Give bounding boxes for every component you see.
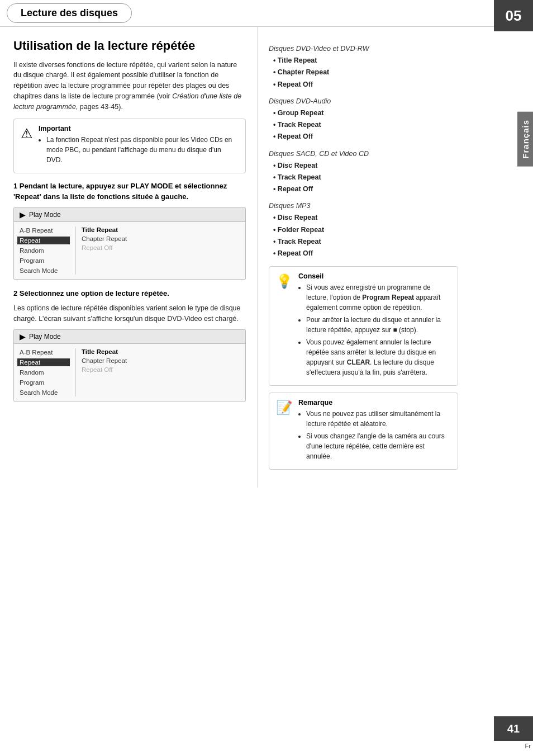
disc-opt-chapter-repeat: Chapter Repeat <box>273 67 458 78</box>
remarque-item-0: Vous ne pouvez pas utiliser simultanémen… <box>306 409 451 429</box>
disc-dvd-video-options: Title Repeat Chapter Repeat Repeat Off <box>269 55 458 91</box>
important-title: Important <box>39 125 239 133</box>
right-column: Disques DVD-Video et DVD-RW Title Repeat… <box>257 27 492 488</box>
disc-opt-folder-repeat: Folder Repeat <box>273 224 458 236</box>
play-mode-body-2: A-B Repeat Repeat Random Program Search … <box>14 344 245 401</box>
page-number: 41 <box>494 716 533 741</box>
pm2-right-item-2: Repeat Off <box>82 366 240 373</box>
conseil-body: Si vous avez enregistré un programme de … <box>298 282 451 377</box>
play-mode-header-1: ▶ Play Mode <box>14 208 245 222</box>
top-bar: Lecture des disques 05 <box>0 0 533 27</box>
remarque-content: Remarque Vous ne pouvez pas utiliser sim… <box>298 399 451 464</box>
page-title: Utilisation de la lecture répétée <box>13 38 246 54</box>
intro-end: , pages 43-45). <box>76 103 123 111</box>
pm2-right-item-1: Chapter Repeat <box>82 357 240 364</box>
disc-opt-track-repeat-2: Track Repeat <box>273 172 458 183</box>
play-mode-screen-1: ▶ Play Mode A-B Repeat Repeat Random Pro… <box>13 207 246 280</box>
pm2-left-item-2: Random <box>20 368 70 376</box>
disc-mp3-label: Disques MP3 <box>269 202 458 210</box>
play-mode-left-1: A-B Repeat Repeat Random Program Search … <box>14 226 75 275</box>
play-mode-left-2: A-B Repeat Repeat Random Program Search … <box>14 348 75 396</box>
pm2-left-item-3: Program <box>20 379 70 386</box>
pm2-left-item-0: A-B Repeat <box>20 348 70 356</box>
play-mode-header-2: ▶ Play Mode <box>14 330 245 344</box>
disc-opt-repeat-off-2: Repeat Off <box>273 131 458 143</box>
play-mode-label-1: Play Mode <box>29 211 61 219</box>
pm1-right-item-0: Title Repeat <box>82 226 240 233</box>
disc-opt-repeat-off-3: Repeat Off <box>273 183 458 195</box>
disc-sacd-label: Disques SACD, CD et Video CD <box>269 150 458 158</box>
intro-paragraph: Il existe diverses fonctions de lecture … <box>13 60 246 112</box>
disc-opt-repeat-off-4: Repeat Off <box>273 248 458 259</box>
remarque-icon: 📝 <box>276 400 293 464</box>
play-mode-screen-2: ▶ Play Mode A-B Repeat Repeat Random Pro… <box>13 329 246 401</box>
disc-opt-track-repeat-3: Track Repeat <box>273 236 458 248</box>
pm1-left-item-4: Search Mode <box>20 267 70 275</box>
step1-heading: 1 Pendant la lecture, appuyez sur PLAY M… <box>13 181 246 201</box>
pm1-left-item-3: Program <box>20 257 70 264</box>
step2-text: Les options de lecture répétée disponibl… <box>13 303 246 324</box>
disc-dvd-audio-options: Group Repeat Track Repeat Repeat Off <box>269 107 458 143</box>
important-icon: ⚠ <box>21 126 33 167</box>
disc-dvd-video-label: Disques DVD-Video et DVD-RW <box>269 45 458 53</box>
conseil-icon: 💡 <box>276 273 293 380</box>
pm2-left-item-4: Search Mode <box>20 389 70 396</box>
disc-opt-disc-repeat-1: Disc Repeat <box>273 160 458 172</box>
disc-dvd-audio-section: Disques DVD-Audio Group Repeat Track Rep… <box>269 97 458 143</box>
page-number-area: 41 Fr <box>494 716 533 749</box>
disc-dvd-video-section: Disques DVD-Video et DVD-RW Title Repeat… <box>269 45 458 91</box>
disc-sacd-section: Disques SACD, CD et Video CD Disc Repeat… <box>269 150 458 196</box>
francais-tab: Français <box>517 112 533 167</box>
conseil-item-0: Si vous avez enregistré un programme de … <box>306 282 451 313</box>
important-body: La fonction Repeat n'est pas disponible … <box>39 135 239 165</box>
conseil-item-1: Pour arrêter la lecture du disque et ann… <box>306 315 451 335</box>
conseil-content: Conseil Si vous avez enregistré un progr… <box>298 272 451 380</box>
disc-opt-group-repeat: Group Repeat <box>273 107 458 119</box>
play-icon-2: ▶ <box>20 332 26 341</box>
disc-sacd-options: Disc Repeat Track Repeat Repeat Off <box>269 160 458 196</box>
left-column: Utilisation de la lecture répétée Il exi… <box>0 27 257 488</box>
disc-mp3-options: Disc Repeat Folder Repeat Track Repeat R… <box>269 212 458 259</box>
chapter-number: 05 <box>494 0 533 31</box>
disc-dvd-audio-label: Disques DVD-Audio <box>269 97 458 105</box>
pm1-left-item-2: Random <box>20 247 70 254</box>
disc-opt-track-repeat-1: Track Repeat <box>273 119 458 131</box>
disc-opt-repeat-off-1: Repeat Off <box>273 79 458 91</box>
play-icon-1: ▶ <box>20 210 26 219</box>
disc-opt-title-repeat: Title Repeat <box>273 55 458 67</box>
remarque-body: Vous ne pouvez pas utiliser simultanémen… <box>298 409 451 461</box>
important-box: ⚠ Important La fonction Repeat n'est pas… <box>13 119 246 173</box>
conseil-title: Conseil <box>298 272 451 280</box>
remarque-box: 📝 Remarque Vous ne pouvez pas utiliser s… <box>269 393 458 470</box>
step2-heading: 2 Sélectionnez une option de lecture rép… <box>13 289 246 299</box>
page-number-sub: Fr <box>525 743 531 749</box>
section-title-header: Lecture des disques <box>7 3 132 23</box>
remarque-title: Remarque <box>298 399 451 407</box>
play-mode-label-2: Play Mode <box>29 333 61 341</box>
play-mode-right-1: Title Repeat Chapter Repeat Repeat Off <box>75 226 245 275</box>
pm1-left-item-1: Repeat <box>17 237 70 244</box>
content-area: Utilisation de la lecture répétée Il exi… <box>0 27 533 488</box>
pm2-left-item-1: Repeat <box>17 358 70 366</box>
pm2-right-item-0: Title Repeat <box>82 348 240 355</box>
conseil-box: 💡 Conseil Si vous avez enregistré un pro… <box>269 266 458 386</box>
play-mode-right-2: Title Repeat Chapter Repeat Repeat Off <box>75 348 245 396</box>
important-item: La fonction Repeat n'est pas disponible … <box>46 135 239 165</box>
pm1-right-item-2: Repeat Off <box>82 244 240 251</box>
remarque-item-1: Si vous changez l'angle de la caméra au … <box>306 431 451 461</box>
pm1-left-item-0: A-B Repeat <box>20 226 70 234</box>
disc-mp3-section: Disques MP3 Disc Repeat Folder Repeat Tr… <box>269 202 458 259</box>
important-content: Important La fonction Repeat n'est pas d… <box>39 125 239 167</box>
pm1-right-item-1: Chapter Repeat <box>82 235 240 242</box>
play-mode-body-1: A-B Repeat Repeat Random Program Search … <box>14 222 245 279</box>
disc-opt-disc-repeat-2: Disc Repeat <box>273 212 458 224</box>
conseil-item-2: Vous pouvez également annuler la lecture… <box>306 337 451 377</box>
